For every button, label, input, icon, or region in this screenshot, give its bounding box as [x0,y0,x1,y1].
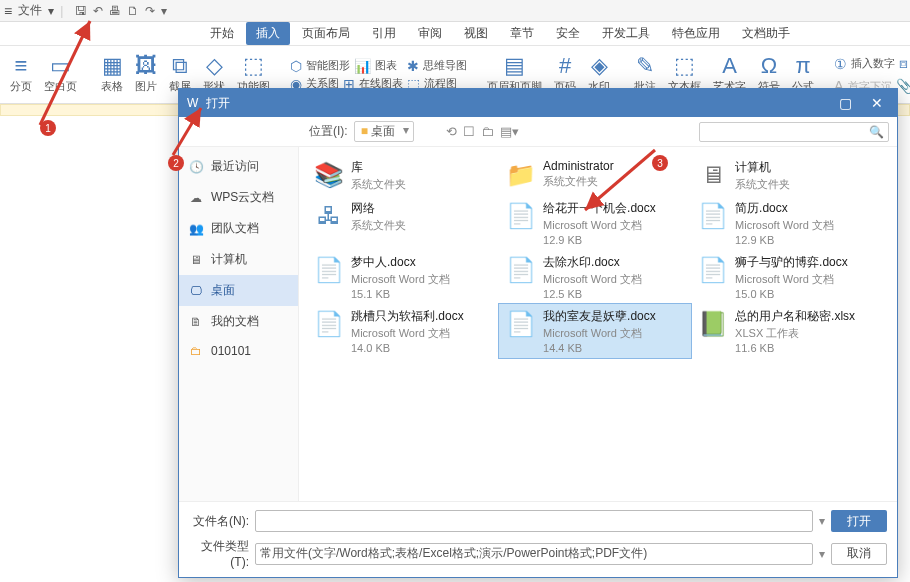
file-size: 12.9 KB [735,234,834,246]
table-button[interactable]: ▦表格 [97,53,127,96]
new-folder-icon[interactable]: 🗀 [481,124,494,139]
up-icon[interactable]: ☐ [463,124,475,139]
sidebar: 🕓最近访问 ☁WPS云文档 👥团队文档 🖥计算机 🖵桌面 🗎我的文档 🗀0101… [179,147,299,501]
word-icon: 📄 [697,254,729,286]
open-button[interactable]: 打开 [831,510,887,532]
dialog-toolbar: 位置(I): ■ 桌面 ⟲ ☐ 🗀 ▤▾ 🔍 [179,117,897,147]
more-icon[interactable]: ▾ [161,4,167,18]
sidebar-item-team[interactable]: 👥团队文档 [179,213,298,244]
file-item[interactable]: 📄 给花开一个机会.docx Microsoft Word 文档 12.9 KB [499,196,691,250]
word-icon: 📄 [313,254,345,286]
insert-number-button[interactable]: ①插入数字⧈对象 [834,55,910,72]
file-name: 计算机 [735,159,790,176]
cancel-button[interactable]: 取消 [831,543,887,565]
picture-button[interactable]: 🖼图片 [131,53,161,96]
tab-special[interactable]: 特色应用 [662,22,730,45]
tab-chapter[interactable]: 章节 [500,22,544,45]
file-type: XLSX 工作表 [735,326,855,341]
file-name: 总的用户名和秘密.xlsx [735,308,855,325]
filename-input[interactable] [255,510,813,532]
file-name: 我的室友是妖孽.docx [543,308,656,325]
undo-icon[interactable]: ↶ [93,4,103,18]
view-icon[interactable]: ▤▾ [500,124,519,139]
location-combo[interactable]: ■ 桌面 [354,121,415,142]
folder-icon: 📁 [505,159,537,191]
file-size: 15.0 KB [735,288,848,300]
dialog-title: 打开 [206,95,230,112]
word-icon: 📄 [313,308,345,340]
search-input[interactable]: 🔍 [699,122,889,142]
file-item[interactable]: 📚 库 系统文件夹 [307,155,499,196]
file-item[interactable]: 📁 Administrator 系统文件夹 [499,155,691,196]
preview-icon[interactable]: 🗋 [127,4,139,18]
word-icon: 📄 [505,308,537,340]
tab-assistant[interactable]: 文档助手 [732,22,800,45]
word-icon: 📄 [697,200,729,232]
hamburger-icon[interactable]: ≡ [4,3,12,19]
tab-pagelayout[interactable]: 页面布局 [292,22,360,45]
file-type: 系统文件夹 [543,174,614,189]
file-type: 系统文件夹 [735,177,790,192]
maximize-button[interactable]: ▢ [833,95,857,111]
word-icon: 📄 [505,254,537,286]
file-size: 14.0 KB [351,342,464,354]
tab-devtools[interactable]: 开发工具 [592,22,660,45]
tab-view[interactable]: 视图 [454,22,498,45]
file-item[interactable]: 📄 梦中人.docx Microsoft Word 文档 15.1 KB [307,250,499,304]
file-type: Microsoft Word 文档 [543,272,642,287]
file-name: 网络 [351,200,406,217]
file-item[interactable]: 📄 我的室友是妖孽.docx Microsoft Word 文档 14.4 KB [499,304,691,358]
file-item[interactable]: 📄 跳槽只为软福利.docx Microsoft Word 文档 14.0 KB [307,304,499,358]
print-icon[interactable]: 🖶 [109,4,121,18]
smart-shape-button[interactable]: ⬡智能图形📊图表 [290,58,403,74]
file-item[interactable]: 🖥 计算机 系统文件夹 [691,155,883,196]
sidebar-item-computer[interactable]: 🖥计算机 [179,244,298,275]
filetype-label: 文件类型(T): [189,538,249,569]
blank-page-button[interactable]: ▭空白页 [40,53,81,96]
open-dialog: W 打开 ▢ ✕ 位置(I): ■ 桌面 ⟲ ☐ 🗀 ▤▾ 🔍 🕓最近访问 ☁W… [178,88,898,578]
tab-references[interactable]: 引用 [362,22,406,45]
page-break-button[interactable]: ≡分页 [6,53,36,96]
file-type: Microsoft Word 文档 [543,326,656,341]
sidebar-item-folder[interactable]: 🗀010101 [179,337,298,365]
file-size: 12.9 KB [543,234,656,246]
tab-start[interactable]: 开始 [200,22,244,45]
dropdown-icon[interactable]: ▾ [48,4,54,18]
net-icon: 🖧 [313,200,345,232]
mindmap-button[interactable]: ✱思维导图 [407,58,467,74]
file-name: 给花开一个机会.docx [543,200,656,217]
file-name: 跳槽只为软福利.docx [351,308,464,325]
file-name: 简历.docx [735,200,834,217]
sidebar-item-desktop[interactable]: 🖵桌面 [179,275,298,306]
file-type: Microsoft Word 文档 [735,218,834,233]
file-item[interactable]: 📄 狮子与驴的博弈.docx Microsoft Word 文档 15.0 KB [691,250,883,304]
file-type: Microsoft Word 文档 [351,326,464,341]
file-item[interactable]: 📄 去除水印.docx Microsoft Word 文档 12.5 KB [499,250,691,304]
sidebar-item-wpscloud[interactable]: ☁WPS云文档 [179,182,298,213]
xls-icon: 📗 [697,308,729,340]
word-icon: 📄 [505,200,537,232]
back-icon[interactable]: ⟲ [446,124,457,139]
file-item[interactable]: 📄 简历.docx Microsoft Word 文档 12.9 KB [691,196,883,250]
sidebar-item-documents[interactable]: 🗎我的文档 [179,306,298,337]
dialog-footer: 文件名(N): ▾ 打开 文件类型(T): 常用文件(文字/Word格式;表格/… [179,501,897,577]
tab-insert[interactable]: 插入 [246,22,290,45]
filename-label: 文件名(N): [189,513,249,530]
pc-icon: 🖥 [697,159,729,191]
dialog-titlebar: W 打开 ▢ ✕ [179,89,897,117]
close-button[interactable]: ✕ [865,95,889,111]
filetype-combo[interactable]: 常用文件(文字/Word格式;表格/Excel格式;演示/PowerPoint格… [255,543,813,565]
wps-logo-icon: W [187,96,198,110]
save-icon[interactable]: 🖫 [75,4,87,18]
file-item[interactable]: 📗 总的用户名和秘密.xlsx XLSX 工作表 11.6 KB [691,304,883,358]
tab-review[interactable]: 审阅 [408,22,452,45]
tab-security[interactable]: 安全 [546,22,590,45]
location-label: 位置(I): [309,123,348,140]
file-item[interactable]: 🖧 网络 系统文件夹 [307,196,499,250]
file-name: Administrator [543,159,614,173]
file-size: 14.4 KB [543,342,656,354]
redo-icon[interactable]: ↷ [145,4,155,18]
file-menu[interactable]: 文件 [18,2,42,19]
sidebar-item-recent[interactable]: 🕓最近访问 [179,151,298,182]
file-name: 去除水印.docx [543,254,642,271]
